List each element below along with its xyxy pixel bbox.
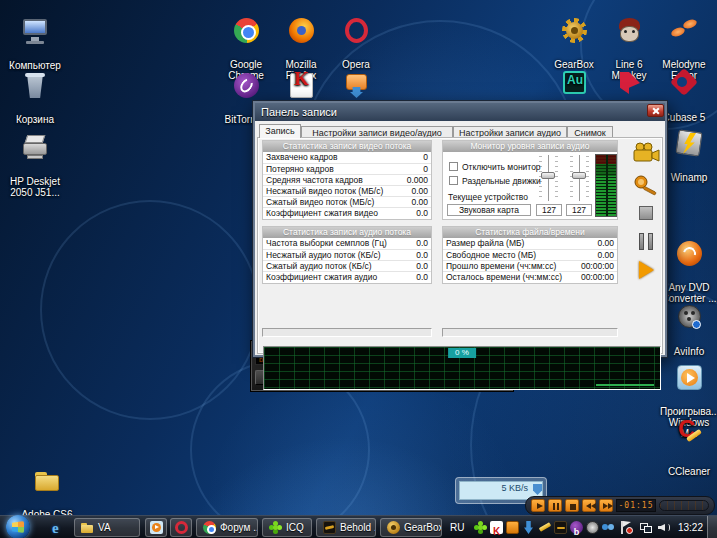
- rewind-icon: [591, 503, 596, 509]
- melodyne-icon: [667, 16, 701, 46]
- pause-button[interactable]: [632, 230, 660, 254]
- start-button[interactable]: [6, 515, 30, 538]
- stop-button[interactable]: [632, 202, 660, 226]
- chrome-icon: [234, 18, 259, 43]
- desktop: Компьютер Корзина HP Deskjet 2050 J51...…: [0, 0, 717, 538]
- pause-icon: [632, 230, 660, 250]
- chrome-icon: [203, 521, 216, 534]
- vu-meter: [595, 154, 617, 217]
- taskbar: e VA Форум ... ICQ: [0, 515, 717, 538]
- ccleaner-icon: C: [672, 423, 706, 453]
- record-audio-button[interactable]: [632, 174, 660, 198]
- player-time-display: -01:15: [616, 499, 656, 512]
- level-right-value: 127: [566, 204, 592, 216]
- gear-icon: [387, 521, 400, 534]
- desktop-icon-label: CCleaner: [668, 466, 710, 477]
- play-icon: [639, 261, 654, 279]
- kaspersky-icon: K: [284, 71, 318, 101]
- window-title: Панель записи: [261, 106, 337, 118]
- desktop-icon-adobe-cs6-folder[interactable]: Adobe CS6: [18, 455, 76, 520]
- player-next-button[interactable]: [599, 499, 613, 512]
- torrent-tray-icon[interactable]: [506, 521, 519, 534]
- play-button[interactable]: [632, 258, 660, 282]
- player-volume-slider[interactable]: [659, 500, 709, 511]
- volume-icon[interactable]: [658, 521, 671, 534]
- split-sliders-checkbox[interactable]: [449, 176, 458, 185]
- checkbox-label: Раздельные движки: [462, 176, 541, 186]
- tab-content: Статистика записи видео потока Захвачено…: [257, 137, 663, 354]
- panel-header: Монитор уровня записи аудио: [443, 141, 617, 152]
- player-stop-button[interactable]: [565, 499, 579, 512]
- checkbox-label: Отключить монитор: [462, 162, 541, 172]
- close-button[interactable]: [647, 104, 664, 117]
- record-video-button[interactable]: [632, 142, 660, 166]
- taskbar-button-va-folder[interactable]: VA: [74, 518, 140, 537]
- desktop-icon-hp-printer[interactable]: HP Deskjet 2050 J51...: [6, 122, 64, 198]
- audio-stats-panel: Статистика записи аудио потока Частота в…: [262, 226, 432, 284]
- status-strip-right: [442, 328, 618, 337]
- camcorder-icon: [632, 142, 660, 164]
- pencil-tray-icon[interactable]: [538, 521, 551, 534]
- action-center-flag-icon[interactable]: [620, 521, 633, 534]
- ie-icon: e: [52, 520, 59, 536]
- audition-icon: Au: [557, 69, 591, 99]
- winamp-icon: [672, 129, 706, 159]
- language-indicator[interactable]: RU: [450, 516, 464, 538]
- player-pause-button[interactable]: [548, 499, 562, 512]
- desktop-icon-aviinfo[interactable]: AviInfo: [660, 292, 717, 357]
- taskbar-button-icq[interactable]: ICQ: [262, 518, 312, 537]
- icq-tray-icon[interactable]: [474, 521, 487, 534]
- tab-record[interactable]: Запись: [259, 124, 301, 138]
- desktop-icon-label: HP Deskjet 2050 J51...: [10, 176, 60, 198]
- icq-flower-icon: [269, 521, 282, 534]
- kaspersky-tray-icon[interactable]: K: [490, 521, 503, 534]
- taskbar-clock[interactable]: 13:22: [678, 516, 703, 538]
- panel-header: Статистика записи видео потока: [263, 141, 431, 152]
- device-select[interactable]: Звуковая карта: [447, 204, 531, 216]
- mini-player: -01:15: [525, 496, 715, 515]
- play-icon: [537, 503, 543, 509]
- media-player-icon: [672, 363, 706, 393]
- behold-tv-tray-icon[interactable]: [554, 521, 567, 534]
- level-history-graph: 0 %: [263, 346, 661, 390]
- firefox-icon: [289, 18, 314, 43]
- show-desktop-button[interactable]: [707, 516, 717, 538]
- opera-icon: [175, 521, 188, 534]
- desktop-icon-winamp[interactable]: Winamp: [660, 118, 717, 183]
- stop-icon: [639, 206, 653, 220]
- film-reel-icon: [672, 303, 706, 333]
- network-icon[interactable]: [640, 521, 653, 534]
- microphone-icon: [632, 174, 660, 198]
- slider-thumb-left[interactable]: [541, 172, 555, 179]
- desktop-icon-recycle-bin[interactable]: Корзина: [6, 60, 64, 125]
- taskbar-button-opera[interactable]: [170, 518, 192, 537]
- windows-logo-icon: [12, 521, 24, 533]
- ie-quicklaunch-button[interactable]: e: [52, 519, 68, 535]
- audio-monitor-panel: Монитор уровня записи аудио Отключить мо…: [442, 140, 618, 220]
- search-tray-icon[interactable]: [602, 521, 615, 534]
- taskbar-button-wmp[interactable]: [145, 518, 167, 537]
- nuendo-icon: [612, 69, 646, 99]
- disable-monitor-checkbox[interactable]: [449, 162, 458, 171]
- monkey-icon: [612, 16, 646, 46]
- download-icon: [339, 71, 373, 101]
- opera-icon: [345, 18, 368, 43]
- download-master-tray-icon[interactable]: [522, 521, 535, 534]
- disc-tray-icon[interactable]: [586, 521, 599, 534]
- behold-tv-icon: [323, 521, 336, 534]
- gear-icon: [557, 16, 591, 46]
- bittorrent-icon: [229, 71, 263, 101]
- slider-thumb-right[interactable]: [572, 172, 586, 179]
- taskbar-button-behold[interactable]: Behold ...: [316, 518, 376, 537]
- panel-header: Статистика файла/времени: [443, 227, 617, 238]
- bittorrent-tray-icon[interactable]: b: [570, 521, 583, 534]
- taskbar-button-forum[interactable]: Форум ...: [196, 518, 258, 537]
- desktop-icon-label: Winamp: [671, 172, 708, 183]
- pause-icon: [557, 503, 559, 510]
- player-play-button[interactable]: [531, 499, 545, 512]
- window-titlebar[interactable]: Панель записи: [255, 103, 665, 121]
- taskbar-button-gearbox[interactable]: GearBox: [380, 518, 442, 537]
- desktop-icon-ccleaner[interactable]: C CCleaner: [660, 412, 717, 477]
- forward-icon: [608, 503, 613, 509]
- player-prev-button[interactable]: [582, 499, 596, 512]
